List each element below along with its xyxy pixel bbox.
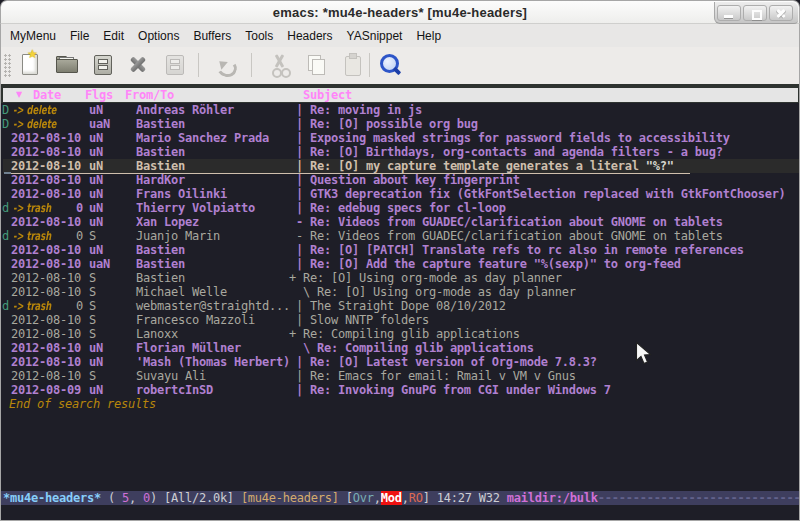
mail-row[interactable]: d-> trash0Swebmaster@straightd... | The … [1,299,799,313]
close-button[interactable] [769,5,793,21]
mail-row[interactable]: 2012-08-10uNXan Lopez - Re: Videos from … [1,215,799,229]
mail-flags: S [89,271,96,285]
header-column-date[interactable]: Date [33,88,61,102]
mail-row[interactable]: D-> deleteuaNBastien | Re: [O] possible … [1,117,799,131]
mail-from: Bastien [136,271,185,285]
modeline-segment: Ovr [353,491,374,505]
mail-subject: | Slow NNTP folders [289,313,429,327]
mail-from: Michael Welle [136,285,227,299]
maximize-button[interactable] [743,5,767,21]
cut-button [266,51,294,79]
mail-row[interactable]: 2012-08-10uaNBastien | Re: [O] Add the c… [1,257,799,271]
mail-row[interactable]: d-> trash0uNThierry Volpiatto | Re: edeb… [1,201,799,215]
mail-row[interactable]: 2012-08-10SLanoxx+ Re: Compiling glib ap… [1,327,799,341]
mail-date: 2012-08-10 [11,159,81,173]
menu-item-buffers[interactable]: Buffers [193,29,231,43]
menu-item-help[interactable]: Help [416,29,441,43]
menu-item-yasnippet[interactable]: YASnippet [347,29,403,43]
paste-button [338,51,366,79]
mail-row[interactable]: 2012-08-10uN'Mash (Thomas Herbert) | Re:… [1,355,799,369]
echo-area [1,505,799,520]
modeline-segment: [ [339,491,353,505]
minimize-icon [724,15,733,18]
sort-descending-icon[interactable]: ▼ [16,91,22,99]
menu-item-tools[interactable]: Tools [245,29,273,43]
menu-item-options[interactable]: Options [138,29,179,43]
mail-row[interactable]: D-> deleteuNAndreas Röhler | Re: moving … [1,103,799,117]
mail-subject: \ Re: [O] Using org-mode as day planner [289,285,576,299]
mail-row[interactable]: 2012-08-10SSuvayu Ali | Re: Emacs for em… [1,369,799,383]
menu-item-file[interactable]: File [70,29,89,43]
modeline-segment: ----------------------------- [598,491,800,505]
mail-from: Florian Müllner [136,341,241,355]
mail-flags: S [89,369,96,383]
mail-row[interactable]: 2012-08-10uNBastien | Re: [O] Birthdays,… [1,145,799,159]
mail-date: 2012-08-10 [11,131,81,145]
header-column-subject[interactable]: Subject [303,88,352,102]
menu-item-mymenu[interactable]: MyMenu [10,29,56,43]
mail-flags: uN [89,145,103,159]
undo-icon [212,51,240,79]
mail-flags: S [89,327,96,341]
mail-subject: | Re: Emacs for email: Rmail v VM v Gnus [289,369,576,383]
mail-row[interactable]: 2012-08-10uNMario Sanchez Prada | Exposi… [1,131,799,145]
mark-label: -> delete [13,117,56,131]
mail-flags: uN [89,187,103,201]
mail-row[interactable]: 2012-08-10uNBastien | Re: [O] [PATCH] Tr… [1,243,799,257]
menu-bar: MyMenuFileEditOptionsBuffersToolsHeaders… [0,24,800,47]
toolbar-grip-handle[interactable] [4,54,11,78]
window-controls [714,2,798,24]
header-column-flgs[interactable]: Flgs [85,88,113,102]
mail-row[interactable]: 2012-08-10SBastien+ Re: [O] Using org-mo… [1,271,799,285]
mark-char: d [2,299,9,313]
mail-subject: | Re: Invoking GnuPG from CGI under Wind… [289,383,611,397]
mail-date: 2012-08-10 [11,313,81,327]
save-button[interactable] [88,51,116,79]
mail-subject: | Re: [O] Latest version of Org-mode 7.8… [289,355,597,369]
mark-label: -> delete [13,103,56,117]
end-of-results-marker: End of search results [9,397,156,411]
mail-row[interactable]: 2012-08-10SMichael Welle \ Re: [O] Using… [1,285,799,299]
mail-row[interactable]: d-> trash0SJuanjo Marin - Re: Videos fro… [1,229,799,243]
mail-date: 2012-08-10 [11,257,81,271]
menu-item-headers[interactable]: Headers [287,29,332,43]
open-folder-button[interactable] [52,51,80,79]
mark-char: d [2,229,9,243]
mail-row[interactable]: 2012-08-10uNHardKor | Question about key… [1,173,799,187]
mail-row[interactable]: 2012-08-10SFrancesco Mazzoli | Slow NNTP… [1,313,799,327]
mail-row[interactable]: 2012-08-10uNFlorian Müllner \ Re: Compil… [1,341,799,355]
mail-subject: | Question about key fingerprint [289,173,520,187]
mail-subject: | Re: [O] my capture template generates … [289,159,646,173]
new-file-button[interactable]: ★ [16,51,44,79]
mail-date: 2012-08-10 [11,187,81,201]
mail-from: Suvayu Ali [136,369,206,383]
header-column-fromto[interactable]: From/To [125,88,174,102]
mail-subject: | Re: edebug specs for cl-loop [289,201,506,215]
search-icon [375,51,403,79]
mail-row[interactable]: 2012-08-10uNFrans Oilinki | GTK3 depreca… [1,187,799,201]
save-as-icon [160,51,188,79]
mail-from: robertcInSD [136,383,213,397]
toolbar-separator [198,53,199,77]
mode-line: *mu4e-headers* ( 5, 0) [All/2.0k] [mu4e-… [1,491,799,505]
mail-from: Bastien [136,145,185,159]
mail-row[interactable]: 2012-08-09uNrobertcInSD | Re: Invoking G… [1,383,799,397]
close-buffer-icon [124,51,152,79]
toolbar-separator [251,53,252,77]
mail-flags: uN [89,159,103,173]
minimize-button[interactable] [717,5,741,21]
mail-subject: | Re: moving in js [289,103,422,117]
mail-date: 2012-08-10 [11,243,81,257]
menu-item-edit[interactable]: Edit [103,29,124,43]
search-button[interactable] [375,51,403,79]
title-bar[interactable]: emacs: *mu4e-headers* [mu4e-headers] [0,0,800,24]
mail-from: Lanoxx [136,327,178,341]
close-buffer-button[interactable] [124,51,152,79]
save-icon [88,51,116,79]
mail-from: Mario Sanchez Prada [136,131,269,145]
mail-subject: | Exposing masked strings for password f… [289,131,730,145]
mail-row[interactable]: 2012-08-10uNBastien | Re: [O] my capture… [1,159,799,173]
mail-date: 2012-08-10 [11,215,81,229]
mail-flags: uaN [89,117,110,131]
mark-char: d [2,201,9,215]
